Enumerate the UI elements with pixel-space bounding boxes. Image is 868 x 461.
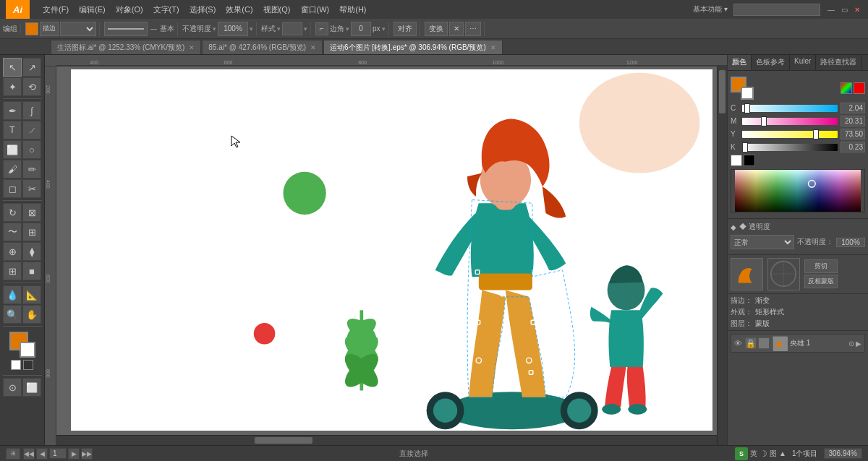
white-swatch[interactable]	[731, 155, 742, 166]
zoom-tool[interactable]: 🔍	[3, 305, 22, 324]
style-swatch[interactable]	[282, 22, 302, 35]
magic-wand-tool[interactable]: ✦	[3, 77, 22, 96]
rect-tool[interactable]: ⬜	[3, 140, 22, 159]
maximize-button[interactable]: ▭	[839, 4, 849, 14]
menu-effect[interactable]: 效果(C)	[221, 3, 257, 17]
ellipse-tool[interactable]: ○	[22, 140, 41, 159]
eyedropper-tool[interactable]: 💧	[3, 285, 22, 304]
m-thumb[interactable]	[761, 116, 767, 126]
nav-last-btn[interactable]: ▶▶	[81, 448, 93, 460]
gradient-tool[interactable]: ■	[22, 262, 41, 280]
layer-expand-icon[interactable]: ▶	[856, 340, 861, 348]
toolbar-stroke-btn[interactable]: 描边	[40, 22, 59, 36]
free-transform-tool[interactable]: ⊞	[22, 223, 41, 241]
scissors-tool[interactable]: ✂	[22, 179, 41, 198]
no-color-btn[interactable]	[854, 82, 865, 94]
spectrum-btn[interactable]	[841, 82, 852, 94]
cut-btn[interactable]: 剪切	[804, 259, 838, 273]
menu-window[interactable]: 窗口(W)	[297, 3, 334, 17]
default-colors-btn[interactable]	[23, 360, 33, 370]
perspective-tool[interactable]: ⧫	[22, 242, 41, 261]
eraser-tool[interactable]: ◻	[3, 179, 22, 198]
tab-0-close[interactable]: ✕	[189, 44, 195, 51]
workspace-label[interactable]: 基本功能 ▾	[693, 4, 728, 14]
fill-thumb[interactable]	[731, 258, 763, 290]
color-spectrum-display[interactable]	[731, 169, 865, 212]
more-button[interactable]: ✕	[449, 22, 464, 36]
h-scrollbar-thumb[interactable]	[255, 437, 312, 444]
minimize-button[interactable]: —	[826, 4, 836, 14]
extra-button[interactable]: ⋯	[465, 22, 481, 36]
curvature-tool[interactable]: ∫	[22, 101, 41, 120]
panel-tab-pathfinder[interactable]: 路径查找器	[816, 55, 861, 70]
selection-tool[interactable]: ↖	[3, 58, 22, 77]
corner-value-input[interactable]	[351, 22, 371, 36]
menu-select[interactable]: 选择(S)	[185, 3, 221, 17]
black-swatch[interactable]	[744, 155, 755, 166]
panel-tab-swatches[interactable]: 色板参考	[752, 55, 790, 70]
hand-tool[interactable]: ✋	[22, 305, 41, 324]
tab-0[interactable]: 生活图标.ai* @ 1252.33% (CMYK/预览) ✕	[51, 40, 201, 54]
reflect-btn[interactable]: 反相蒙版	[804, 275, 838, 288]
corner-icon[interactable]: ⌐	[315, 22, 328, 35]
layer-color-icon[interactable]	[758, 337, 770, 349]
direct-selection-tool[interactable]: ↗	[22, 58, 41, 77]
menu-help[interactable]: 帮助(H)	[335, 3, 370, 17]
opacity-value-input[interactable]: 100%	[836, 238, 865, 247]
m-value-input[interactable]: 20.31	[841, 116, 865, 126]
draw-inside-btn[interactable]: ⊙	[3, 378, 22, 397]
type-tool[interactable]: T	[3, 121, 22, 139]
shape-builder-tool[interactable]: ⊕	[3, 242, 22, 261]
tab-2[interactable]: 运动6个图片 [转换].eps* @ 306.94% (RGB/预览) ✕	[323, 40, 503, 54]
panel-tab-kuler[interactable]: Kuler	[790, 55, 816, 70]
vertical-scrollbar[interactable]	[717, 66, 727, 445]
layer-eye-icon[interactable]: 👁	[734, 339, 742, 348]
rotate-tool[interactable]: ↻	[3, 203, 22, 222]
change-screen-btn[interactable]: ⬜	[22, 378, 41, 397]
scrollbar-thumb[interactable]	[719, 70, 726, 113]
line-tool[interactable]: ⟋	[22, 121, 41, 139]
toolbar-fill-swatch[interactable]	[25, 22, 38, 35]
lasso-tool[interactable]: ⟲	[22, 77, 41, 96]
layer-lock-icon[interactable]: 🔒	[745, 337, 757, 349]
k-thumb[interactable]	[742, 142, 748, 152]
swap-colors-btn[interactable]	[11, 360, 21, 370]
m-slider[interactable]	[742, 118, 838, 125]
c-value-input[interactable]: 2.04	[841, 103, 865, 113]
menu-object[interactable]: 对象(O)	[111, 3, 148, 17]
nav-prev-btn[interactable]: ◀	[36, 448, 48, 460]
background-swatch[interactable]	[20, 342, 35, 358]
c-slider[interactable]	[742, 105, 838, 112]
nav-next-btn[interactable]: ▶	[68, 448, 80, 460]
y-slider[interactable]	[742, 131, 838, 138]
opacity-input[interactable]	[218, 22, 248, 36]
y-thumb[interactable]	[813, 129, 819, 139]
scale-tool[interactable]: ⊠	[22, 203, 41, 222]
paintbrush-tool[interactable]: 🖌	[3, 160, 22, 178]
transform-button[interactable]: 变换	[425, 22, 448, 36]
menu-file[interactable]: 文件(F)	[38, 3, 73, 17]
menu-edit[interactable]: 编辑(E)	[75, 3, 110, 17]
measure-tool[interactable]: 📐	[22, 285, 41, 304]
mesh-tool[interactable]: ⊞	[3, 262, 22, 280]
pen-tool[interactable]: ✒	[3, 101, 22, 120]
stroke-thumb[interactable]	[767, 258, 800, 290]
panel-tab-color[interactable]: 颜色	[728, 55, 752, 70]
y-value-input[interactable]: 73.50	[841, 129, 865, 139]
menu-view[interactable]: 视图(Q)	[259, 3, 295, 17]
nav-first-btn[interactable]: ◀◀	[23, 448, 35, 460]
tab-2-close[interactable]: ✕	[490, 44, 496, 51]
page-number-input[interactable]	[49, 448, 67, 459]
menu-text[interactable]: 文字(T)	[149, 3, 184, 17]
close-button[interactable]: ✕	[852, 4, 862, 14]
horizontal-scrollbar[interactable]	[56, 435, 717, 445]
tab-1-close[interactable]: ✕	[310, 44, 316, 51]
zoom-percentage[interactable]: 306.94%	[824, 448, 863, 459]
search-input[interactable]	[733, 4, 820, 16]
align-button[interactable]: 对齐	[393, 22, 417, 36]
stroke-color-swatch[interactable]	[741, 87, 754, 100]
pencil-tool[interactable]: ✏	[22, 160, 41, 178]
warp-tool[interactable]: 〜	[3, 223, 22, 241]
tab-1[interactable]: 85.ai* @ 427.64% (RGB/预览) ✕	[202, 40, 323, 54]
nav-home-btn[interactable]: ⊞	[6, 448, 20, 460]
